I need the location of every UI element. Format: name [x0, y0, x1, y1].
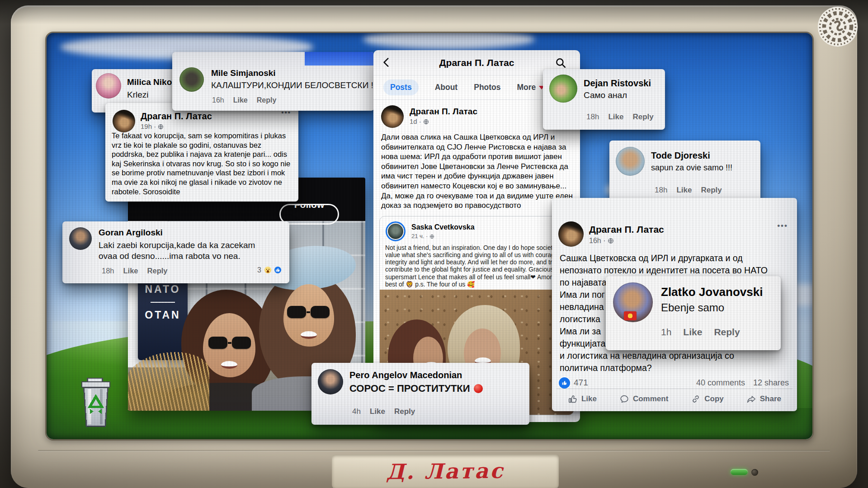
post-card-dragan-19h: Драган П. Латас 19h · ••• Te fakaat vo k…	[105, 103, 298, 202]
comment-action-button[interactable]: Comment	[619, 394, 668, 404]
comment-time: 18h	[655, 186, 667, 195]
post-author[interactable]: Драган П. Латас	[589, 224, 664, 235]
commenter-name[interactable]: Tode Djoreski	[651, 150, 710, 161]
comment-card-mile: Mile Simjanoski КАЛАШТУРИ,КОНДИИ БЕЛОСВЕ…	[172, 52, 374, 111]
copy-action-button[interactable]: Copy	[691, 394, 724, 404]
tab-posts[interactable]: Posts	[383, 80, 419, 95]
commenter-name[interactable]: Milica Niko	[127, 77, 172, 87]
post-stats: 471 40 comments 12 shares	[559, 375, 789, 390]
power-led	[731, 469, 748, 475]
avatar[interactable]	[179, 67, 204, 92]
commenter-name[interactable]: Goran Argiloski	[99, 228, 163, 238]
like-count-icon	[559, 377, 570, 389]
avatar[interactable]	[69, 227, 92, 250]
like-button[interactable]: Like	[233, 96, 248, 104]
post-menu-button[interactable]: •••	[777, 221, 788, 230]
globe-icon	[423, 118, 429, 126]
smile	[221, 361, 237, 369]
avatar[interactable]	[318, 369, 343, 394]
commenter-name[interactable]: Zlatko Jovanovski	[661, 285, 763, 299]
avatar[interactable]	[386, 221, 406, 241]
post-author[interactable]: Драган П. Латас	[410, 107, 477, 117]
like-button[interactable]: Like	[123, 267, 138, 275]
sunglasses	[208, 337, 251, 349]
otan-sign-text: OTAN	[138, 309, 188, 321]
comment-text: Krlezi	[127, 90, 149, 100]
comment-count[interactable]: 40 comments	[696, 378, 745, 388]
recycle-bin-icon[interactable]	[78, 378, 113, 428]
reply-button[interactable]: Reply	[257, 96, 277, 104]
monitor-label: Д. Латас	[386, 459, 505, 484]
commenter-name[interactable]: Dejan Ristovski	[584, 78, 651, 89]
avatar[interactable]	[549, 75, 577, 103]
tab-about[interactable]: About	[435, 83, 458, 92]
nato-sign-divider	[151, 302, 175, 303]
tab-photos[interactable]: Photos	[474, 83, 500, 92]
sunglasses	[287, 306, 330, 318]
follow-button[interactable]: Follow	[279, 204, 339, 225]
comment-meta: 18h Like Reply	[655, 186, 722, 195]
macedonian-flag-icon	[624, 311, 637, 320]
comment-time: 18h	[586, 113, 599, 122]
reply-button[interactable]: Reply	[714, 327, 740, 338]
avatar[interactable]	[558, 221, 584, 247]
reply-button[interactable]: Reply	[147, 267, 168, 275]
reaction-pill[interactable]: 3	[257, 266, 282, 274]
bezel-seam	[38, 450, 830, 451]
tab-more[interactable]: More	[517, 83, 545, 92]
like-button[interactable]: Like	[608, 113, 623, 122]
nato-sign-text: NATO	[138, 283, 188, 296]
comment-card-pero: Pero Angelov Macedonian СОРОС = ПРОСТИТУ…	[311, 363, 529, 425]
avatar[interactable]	[616, 147, 645, 176]
like-action-button[interactable]: Like	[568, 394, 597, 404]
post-text: Дали оваа слика на Сашка Цветковска од И…	[381, 132, 575, 211]
like-button[interactable]: Like	[370, 407, 385, 416]
comment-text: СОРОС = ПРОСТИТУТКИ	[349, 383, 483, 394]
comment-meta: 18h Like Reply	[586, 113, 654, 122]
avatar[interactable]	[381, 105, 404, 128]
screen: Follow NATO OTAN	[45, 32, 814, 441]
commenter-name[interactable]: Pero Angelov Macedonian	[349, 370, 462, 380]
post-text: Te fakaat vo korupcija, sam se kompomiti…	[112, 131, 292, 196]
reply-button[interactable]: Reply	[701, 186, 722, 195]
reply-button[interactable]: Reply	[632, 113, 653, 122]
like-button[interactable]: Like	[683, 327, 702, 338]
comment-card-zlatko: Zlatko Jovanovski Ebenje samo 1h Like Re…	[606, 276, 781, 350]
share-count[interactable]: 12 shares	[753, 378, 789, 388]
reaction-count: 3	[257, 266, 261, 274]
comment-text: sapun za ovie samo !!!	[651, 163, 732, 173]
dry-grass	[128, 352, 209, 411]
shared-text: Not just a friend, but an inspiration. O…	[380, 243, 574, 288]
globe-icon	[158, 123, 164, 131]
like-reaction-icon	[274, 266, 282, 274]
shared-author[interactable]: Saska Cvetkovska	[411, 223, 475, 231]
share-action-button[interactable]: Share	[746, 394, 781, 404]
post-author[interactable]: Драган П. Латас	[141, 111, 212, 122]
back-icon[interactable]	[381, 56, 392, 70]
comment-meta: 18h Like Reply	[102, 267, 168, 275]
blue-strip-fragment	[305, 52, 374, 66]
monitor-label-plate: Д. Латас	[332, 455, 559, 488]
comment-text: Ebenje samo	[661, 301, 724, 314]
commenter-name[interactable]: Mile Simjanoski	[211, 68, 276, 78]
power-button[interactable]	[751, 469, 758, 476]
avatar[interactable]	[113, 110, 135, 132]
gear-emblem-logo	[816, 5, 859, 48]
stage: Follow NATO OTAN	[0, 0, 868, 488]
comment-meta: 1h Like Reply	[661, 327, 740, 338]
comment-text: КАЛАШТУРИ,КОНДИИ БЕЛОСВЕТСКИ !!	[211, 80, 376, 90]
like-button[interactable]: Like	[676, 186, 692, 195]
search-icon[interactable]	[555, 57, 566, 70]
comment-text: Laki zaebi korupcija,kade da ka zacekam …	[99, 240, 265, 261]
nato-sign: NATO OTAN	[138, 273, 188, 360]
like-count[interactable]: 471	[574, 378, 588, 388]
comment-time: 16h	[212, 96, 224, 104]
red-circle-emoji	[474, 384, 483, 393]
avatar[interactable]	[96, 73, 121, 99]
comment-card-tode: Tode Djoreski sapun za ovie samo !!! 18h…	[609, 141, 760, 206]
reply-button[interactable]: Reply	[394, 407, 415, 416]
shared-time: 21 ч. ·	[411, 233, 434, 240]
post-actions: Like Comment Copy Share	[557, 389, 793, 408]
globe-icon	[429, 234, 434, 240]
comment-meta: 16h Like Reply	[212, 96, 276, 104]
